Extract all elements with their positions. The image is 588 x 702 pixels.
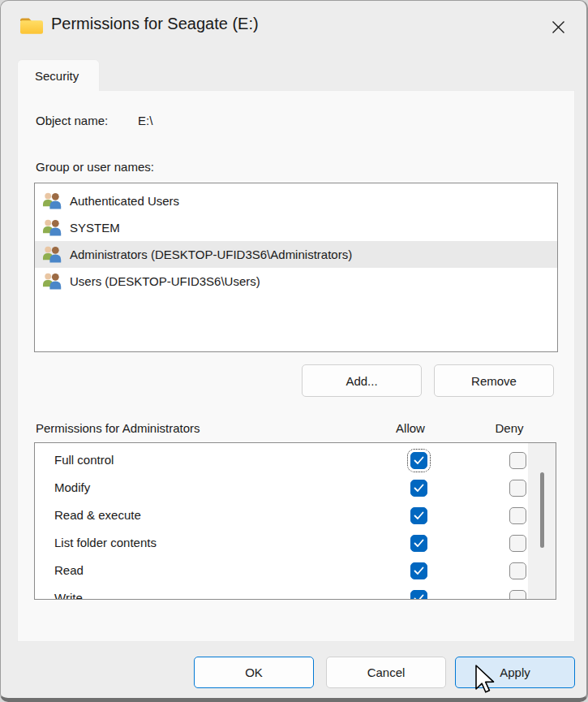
tab-security[interactable]: Security [17,59,100,91]
group-name: Users (DESKTOP-UFID3S6\Users) [70,274,260,288]
group-list-item[interactable]: Administrators (DESKTOP-UFID3S6\Administ… [35,241,557,268]
remove-button-label: Remove [471,374,517,388]
permission-name: Read & execute [54,508,141,522]
permission-name: List folder contents [54,536,157,549]
scrollbar-thumb[interactable] [540,472,544,548]
group-name: SYSTEM [70,221,120,235]
group-list[interactable]: Authenticated Users SYSTEM Administrator… [34,183,558,352]
group-list-item[interactable]: Authenticated Users [35,187,557,214]
permission-row: Write [35,585,556,600]
add-button-label: Add... [346,374,377,388]
two-users-icon [41,192,62,210]
group-name: Administrators (DESKTOP-UFID3S6\Administ… [70,248,352,261]
security-tab-page: Object name: E:\ Group or user names: Au… [17,90,575,642]
permission-name: Modify [54,480,90,494]
deny-checkbox[interactable] [509,535,526,552]
permission-name: Read [54,563,84,577]
add-button[interactable]: Add... [302,364,422,397]
allow-checkbox[interactable] [410,535,427,552]
folder-icon [19,15,45,37]
dialog-title: Permissions for Seagate (E:) [51,15,259,33]
permission-row: Read & execute [35,502,556,530]
deny-checkbox[interactable] [509,480,526,497]
group-names-label: Group or user names: [36,160,154,174]
permissions-list[interactable]: Full control Modify Read & execute [34,442,556,600]
allow-checkbox[interactable] [410,452,427,469]
permission-name: Write [54,591,83,600]
two-users-icon [41,272,62,291]
group-list-item[interactable]: Users (DESKTOP-UFID3S6\Users) [35,268,557,295]
deny-checkbox[interactable] [509,452,526,469]
tab-security-label: Security [35,69,79,83]
ok-button-label: OK [245,665,263,679]
group-name: Authenticated Users [70,194,179,208]
allow-checkbox[interactable] [410,480,427,497]
allow-checkbox[interactable] [410,590,427,600]
cancel-button-label: Cancel [367,665,406,679]
permissions-dialog: Permissions for Seagate (E:) Security Ob… [0,0,588,702]
deny-checkbox[interactable] [509,507,526,524]
allow-column-header: Allow [370,421,451,435]
permission-row: List folder contents [35,530,556,558]
ok-button[interactable]: OK [194,657,314,688]
allow-checkbox[interactable] [410,507,427,524]
deny-checkbox[interactable] [509,590,526,600]
permissions-for-label: Permissions for Administrators [36,421,200,435]
deny-checkbox[interactable] [509,562,526,579]
apply-button[interactable]: Apply [455,657,575,688]
cancel-button[interactable]: Cancel [326,657,446,688]
permissions-scrollbar[interactable] [528,443,556,599]
apply-button-label: Apply [500,665,530,679]
permission-row: Read [35,558,556,585]
object-name-label: Object name: [36,114,108,127]
title-bar: Permissions for Seagate (E:) [1,1,586,51]
permission-row: Modify [35,475,556,502]
group-list-item[interactable]: SYSTEM [35,214,557,241]
two-users-icon [41,245,62,264]
two-users-icon [41,218,62,237]
permission-row: Full control [35,447,556,475]
object-name-value: E:\ [138,114,152,127]
remove-button[interactable]: Remove [434,364,554,397]
close-icon[interactable] [543,11,573,42]
deny-column-header: Deny [469,421,550,435]
allow-checkbox[interactable] [410,562,427,579]
permission-name: Full control [54,453,114,467]
